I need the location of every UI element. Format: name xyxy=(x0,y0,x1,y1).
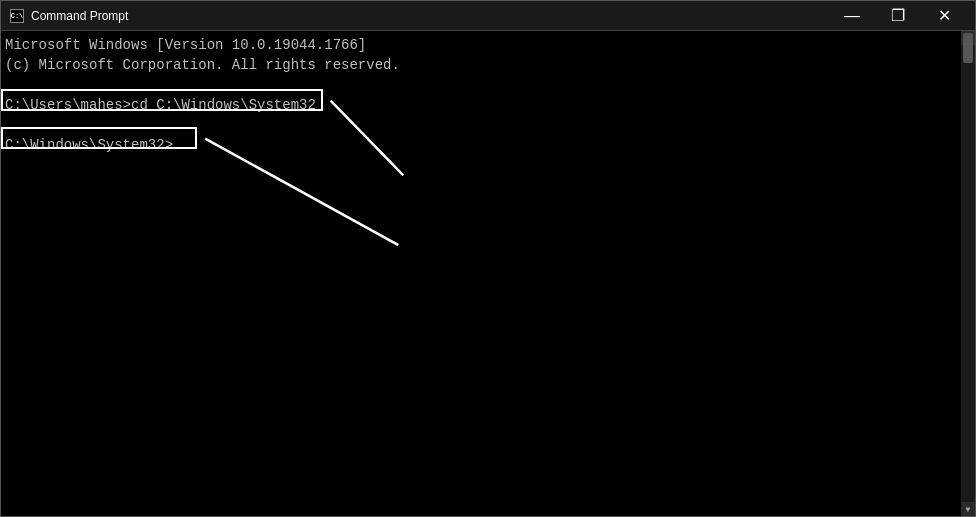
window-controls: — ❐ ✕ xyxy=(829,1,967,31)
title-bar: C:\ Command Prompt — ❐ ✕ xyxy=(1,1,975,31)
console-line-2: (c) Microsoft Corporation. All rights re… xyxy=(5,55,971,75)
console-line-5 xyxy=(5,115,971,135)
minimize-button[interactable]: — xyxy=(829,1,875,31)
console-line-4: C:\Users\mahes>cd C:\Windows\System32 xyxy=(5,95,971,115)
close-button[interactable]: ✕ xyxy=(921,1,967,31)
scrollbar-thumb[interactable] xyxy=(963,33,973,63)
app-icon: C:\ xyxy=(9,8,25,24)
maximize-button[interactable]: ❐ xyxy=(875,1,921,31)
console-line-1: Microsoft Windows [Version 10.0.19044.17… xyxy=(5,35,971,55)
cmd-icon-symbol: C:\ xyxy=(10,9,24,23)
command-prompt-window: C:\ Command Prompt — ❐ ✕ Microsoft Windo… xyxy=(0,0,976,517)
window-title: Command Prompt xyxy=(31,9,128,23)
title-bar-left: C:\ Command Prompt xyxy=(9,8,128,24)
console-line-6: C:\Windows\System32> xyxy=(5,135,971,155)
scrollbar-track[interactable]: ▲ ▼ xyxy=(961,31,975,516)
console-line-3 xyxy=(5,75,971,95)
scrollbar-arrow-down[interactable]: ▼ xyxy=(961,502,975,516)
console-body[interactable]: Microsoft Windows [Version 10.0.19044.17… xyxy=(1,31,975,516)
